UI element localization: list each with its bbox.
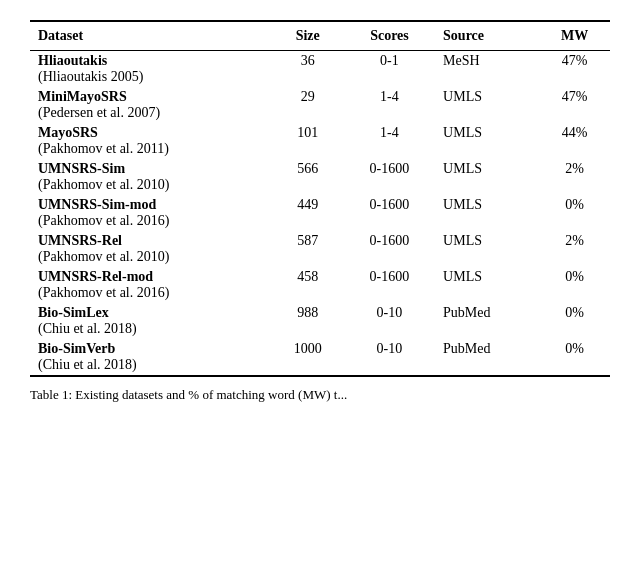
cell-source: UMLS xyxy=(435,123,539,159)
cell-mw: 2% xyxy=(539,159,610,195)
table-row: Hliaoutakis(Hliaoutakis 2005)360-1MeSH47… xyxy=(30,51,610,88)
cell-source: PubMed xyxy=(435,303,539,339)
table-row: Bio-SimLex(Chiu et al. 2018)9880-10PubMe… xyxy=(30,303,610,339)
dataset-ref: (Pakhomov et al. 2011) xyxy=(38,141,169,156)
cell-dataset: MiniMayoSRS(Pedersen et al. 2007) xyxy=(30,87,272,123)
col-header-source: Source xyxy=(435,21,539,51)
cell-dataset: Hliaoutakis(Hliaoutakis 2005) xyxy=(30,51,272,88)
cell-dataset: UMNSRS-Sim-mod(Pakhomov et al. 2016) xyxy=(30,195,272,231)
cell-dataset: UMNSRS-Sim(Pakhomov et al. 2010) xyxy=(30,159,272,195)
cell-scores: 0-10 xyxy=(344,339,435,376)
cell-size: 566 xyxy=(272,159,344,195)
cell-source: PubMed xyxy=(435,339,539,376)
dataset-ref: (Pakhomov et al. 2016) xyxy=(38,213,169,228)
cell-source: UMLS xyxy=(435,231,539,267)
dataset-name: Bio-SimLex xyxy=(38,305,109,320)
dataset-name: Hliaoutakis xyxy=(38,53,107,68)
dataset-ref: (Pakhomov et al. 2010) xyxy=(38,177,169,192)
dataset-ref: (Hliaoutakis 2005) xyxy=(38,69,143,84)
table-row: UMNSRS-Rel-mod(Pakhomov et al. 2016)4580… xyxy=(30,267,610,303)
cell-mw: 0% xyxy=(539,267,610,303)
cell-source: UMLS xyxy=(435,87,539,123)
dataset-ref: (Chiu et al. 2018) xyxy=(38,321,137,336)
table-row: UMNSRS-Rel(Pakhomov et al. 2010)5870-160… xyxy=(30,231,610,267)
cell-source: UMLS xyxy=(435,195,539,231)
table-row: Bio-SimVerb(Chiu et al. 2018)10000-10Pub… xyxy=(30,339,610,376)
cell-mw: 0% xyxy=(539,195,610,231)
col-header-mw: MW xyxy=(539,21,610,51)
cell-size: 988 xyxy=(272,303,344,339)
dataset-name: UMNSRS-Sim xyxy=(38,161,125,176)
dataset-name: UMNSRS-Rel xyxy=(38,233,122,248)
dataset-ref: (Chiu et al. 2018) xyxy=(38,357,137,372)
table-header-row: Dataset Size Scores Source MW xyxy=(30,21,610,51)
cell-size: 1000 xyxy=(272,339,344,376)
data-table: Dataset Size Scores Source MW Hliaoutaki… xyxy=(30,20,610,377)
cell-mw: 47% xyxy=(539,87,610,123)
cell-size: 36 xyxy=(272,51,344,88)
cell-source: UMLS xyxy=(435,159,539,195)
cell-dataset: Bio-SimLex(Chiu et al. 2018) xyxy=(30,303,272,339)
table-row: MiniMayoSRS(Pedersen et al. 2007)291-4UM… xyxy=(30,87,610,123)
col-header-scores: Scores xyxy=(344,21,435,51)
table-row: MayoSRS(Pakhomov et al. 2011)1011-4UMLS4… xyxy=(30,123,610,159)
col-header-dataset: Dataset xyxy=(30,21,272,51)
cell-size: 458 xyxy=(272,267,344,303)
cell-size: 101 xyxy=(272,123,344,159)
cell-scores: 0-1600 xyxy=(344,267,435,303)
cell-source: MeSH xyxy=(435,51,539,88)
cell-size: 29 xyxy=(272,87,344,123)
cell-mw: 0% xyxy=(539,303,610,339)
cell-scores: 0-1 xyxy=(344,51,435,88)
table-row: UMNSRS-Sim(Pakhomov et al. 2010)5660-160… xyxy=(30,159,610,195)
cell-scores: 1-4 xyxy=(344,123,435,159)
cell-source: UMLS xyxy=(435,267,539,303)
cell-dataset: Bio-SimVerb(Chiu et al. 2018) xyxy=(30,339,272,376)
dataset-name: MiniMayoSRS xyxy=(38,89,127,104)
cell-scores: 0-1600 xyxy=(344,195,435,231)
cell-mw: 47% xyxy=(539,51,610,88)
dataset-name: Bio-SimVerb xyxy=(38,341,115,356)
dataset-name: UMNSRS-Rel-mod xyxy=(38,269,153,284)
dataset-name: MayoSRS xyxy=(38,125,98,140)
cell-size: 449 xyxy=(272,195,344,231)
cell-dataset: UMNSRS-Rel(Pakhomov et al. 2010) xyxy=(30,231,272,267)
cell-size: 587 xyxy=(272,231,344,267)
cell-scores: 0-1600 xyxy=(344,159,435,195)
cell-dataset: MayoSRS(Pakhomov et al. 2011) xyxy=(30,123,272,159)
cell-mw: 2% xyxy=(539,231,610,267)
table-caption: Table 1: Existing datasets and % of matc… xyxy=(30,387,610,403)
dataset-ref: (Pakhomov et al. 2010) xyxy=(38,249,169,264)
table-row: UMNSRS-Sim-mod(Pakhomov et al. 2016)4490… xyxy=(30,195,610,231)
cell-scores: 1-4 xyxy=(344,87,435,123)
cell-mw: 0% xyxy=(539,339,610,376)
col-header-size: Size xyxy=(272,21,344,51)
cell-scores: 0-1600 xyxy=(344,231,435,267)
table-container: Dataset Size Scores Source MW Hliaoutaki… xyxy=(30,20,610,403)
dataset-name: UMNSRS-Sim-mod xyxy=(38,197,156,212)
cell-dataset: UMNSRS-Rel-mod(Pakhomov et al. 2016) xyxy=(30,267,272,303)
dataset-ref: (Pakhomov et al. 2016) xyxy=(38,285,169,300)
cell-scores: 0-10 xyxy=(344,303,435,339)
dataset-ref: (Pedersen et al. 2007) xyxy=(38,105,160,120)
cell-mw: 44% xyxy=(539,123,610,159)
